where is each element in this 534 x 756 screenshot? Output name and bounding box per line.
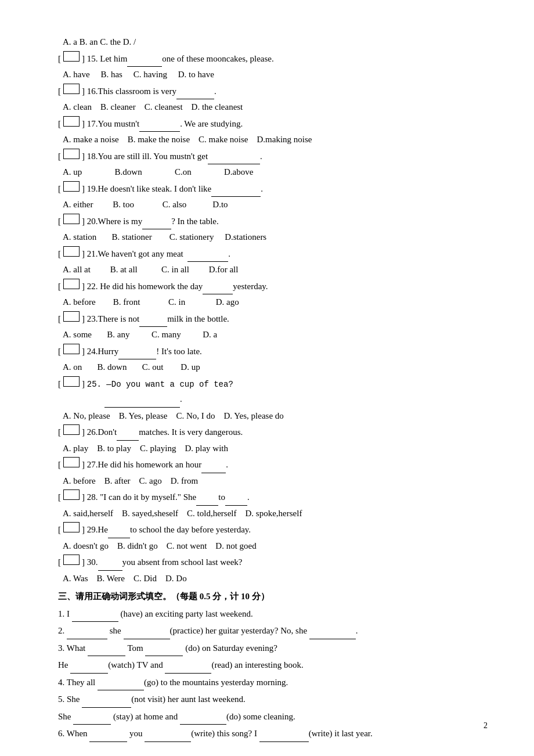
options-23: A. some B. any C. many D. a <box>58 327 488 343</box>
blank-29 <box>108 523 130 538</box>
options-24: A. on B. down C. out D. up <box>58 360 488 375</box>
answer-box-21 <box>63 246 80 257</box>
answer-box-19 <box>63 181 80 192</box>
blank-24 <box>118 344 156 360</box>
blank-fill-6c <box>259 726 309 742</box>
blank-21 <box>187 247 228 262</box>
fill-3a: 3. What Tom (do) on Saturday evening? <box>58 641 488 657</box>
question-29: [ ] 29.He to school the day before yeste… <box>58 522 488 538</box>
options-29: A. doesn't go B. didn't go C. not went D… <box>58 539 488 554</box>
options-row: A. a B. an C. the D. / <box>58 35 488 50</box>
page-content: A. a B. an C. the D. / [ ] 15. Let him o… <box>58 35 488 742</box>
answer-box-29 <box>63 522 80 532</box>
blank-fill-2a <box>67 624 107 639</box>
question-21: [ ] 21.We haven't got any meat . <box>58 246 488 262</box>
blank-fill-2b <box>124 624 170 639</box>
fill-5a: 5. She (not visit) her aunt last weekend… <box>58 692 488 708</box>
blank-fill-3b <box>145 641 183 657</box>
question-30: [ ] 30. you absent from school last week… <box>58 555 488 571</box>
fill-2: 2. she (practice) her guitar yesterday? … <box>58 624 488 639</box>
options-19: A. either B. too C. also D.to <box>58 197 488 213</box>
blank-fill-2c <box>309 624 356 639</box>
blank-20 <box>142 214 171 230</box>
options-17: A. make a noise B. make the noise C. mak… <box>58 132 488 147</box>
question-19: [ ] 19.He doesn't like steak. I don't li… <box>58 181 488 197</box>
blank-fill-3d <box>165 658 211 674</box>
question-16: [ ] 16.This classroom is very . <box>58 84 488 100</box>
blank-22 <box>203 279 233 295</box>
answer-box-18 <box>63 149 80 159</box>
page-number: 2 <box>484 719 488 733</box>
blank-fill-5c <box>180 710 226 725</box>
answer-box-20 <box>63 214 80 224</box>
blank-26 <box>117 425 139 441</box>
question-27: [ ] 27.He did his homework an hour . <box>58 457 488 473</box>
answer-box-28 <box>63 489 80 500</box>
options-25: A. No, please B. Yes, please C. No, I do… <box>58 409 488 424</box>
blank-fill-3a <box>88 641 125 657</box>
blank-fill-5b <box>73 710 111 725</box>
answer-box-23 <box>63 311 80 322</box>
question-24: [ ] 24.Hurry ! It's too late. <box>58 344 488 360</box>
options-18: A. up B.down C.on D.above <box>58 165 488 180</box>
options-21: A. all at B. at all C. in all D.for all <box>58 262 488 278</box>
options-20: A. station B. stationer C. stationery D.… <box>58 230 488 245</box>
options-22: A. before B. front C. in D. ago <box>58 295 488 310</box>
options-16: A. clean B. cleaner C. cleanest D. the c… <box>58 100 488 115</box>
answer-box-27 <box>63 457 80 467</box>
question-23: [ ] 23.There is not milk in the bottle. <box>58 311 488 327</box>
fill-3b: He (watch) TV and (read) an interesting … <box>58 658 488 674</box>
fill-6: 6. When you (write) this song? I (write)… <box>58 726 488 742</box>
answer-box-15 <box>63 51 80 62</box>
bracket-open: [ <box>58 52 61 67</box>
answer-box-22 <box>63 279 80 289</box>
question-25: [ ] 25. —Do you want a cup of tea? <box>58 376 488 392</box>
blank-23 <box>139 312 167 327</box>
answer-box-26 <box>63 424 80 435</box>
blank-28a <box>196 490 218 506</box>
question-28: [ ] 28. "I can do it by myself." She to … <box>58 489 488 506</box>
blank-fill-6a <box>89 726 127 742</box>
options-27: A. before B. after C. ago D. from <box>58 474 488 489</box>
blank-fill-1a <box>72 607 118 622</box>
blank-18 <box>208 149 260 165</box>
blank-19 <box>211 182 261 197</box>
q25-blank-line: . <box>58 392 488 408</box>
answer-box-25 <box>63 376 80 387</box>
options-30: A. Was B. Were C. Did D. Do <box>58 571 488 586</box>
blank-fill-3c <box>70 658 108 674</box>
question-18: [ ] 18.You are still ill. You mustn't ge… <box>58 149 488 165</box>
section-3-title: 三、请用正确动词形式填空。（每题 0.5 分，计 10 分） <box>58 589 488 604</box>
fill-4: 4. They all (go) to the mountains yester… <box>58 675 488 691</box>
fill-1: 1. I (have) an exciting party last weeke… <box>58 607 488 622</box>
question-26: [ ] 26.Don't matches. It is very dangero… <box>58 424 488 441</box>
answer-box-30 <box>63 555 80 565</box>
answer-box-24 <box>63 344 80 354</box>
blank-fill-5a <box>82 692 131 708</box>
options-28: A. said,herself B. sayed,sheself C. told… <box>58 506 488 521</box>
q15-num: 15. Let him <box>87 52 128 67</box>
blank-fill-6b <box>145 726 191 742</box>
answer-box-17 <box>63 116 80 127</box>
blank-17 <box>139 117 180 132</box>
question-22: [ ] 22. He did his homework the day yest… <box>58 279 488 295</box>
blank-16 <box>176 84 214 100</box>
options-26: A. play B. to play C. playing D. play wi… <box>58 441 488 456</box>
blank-15 <box>127 52 162 67</box>
blank-27 <box>201 458 226 473</box>
bracket-close: ] <box>82 52 85 67</box>
question-15: [ ] 15. Let him one of these mooncakes, … <box>58 51 488 67</box>
blank-30 <box>98 555 122 571</box>
question-17: [ ] 17.You mustn't . We are studying. <box>58 116 488 132</box>
answer-box-16 <box>63 84 80 94</box>
question-20: [ ] 20.Where is my ? In the table. <box>58 214 488 230</box>
fill-5b: She (stay) at home and (do) some cleanin… <box>58 710 488 725</box>
blank-fill-4 <box>98 675 144 691</box>
blank-28b <box>225 490 247 506</box>
options-15: A. have B. has C. having D. to have <box>58 67 488 82</box>
